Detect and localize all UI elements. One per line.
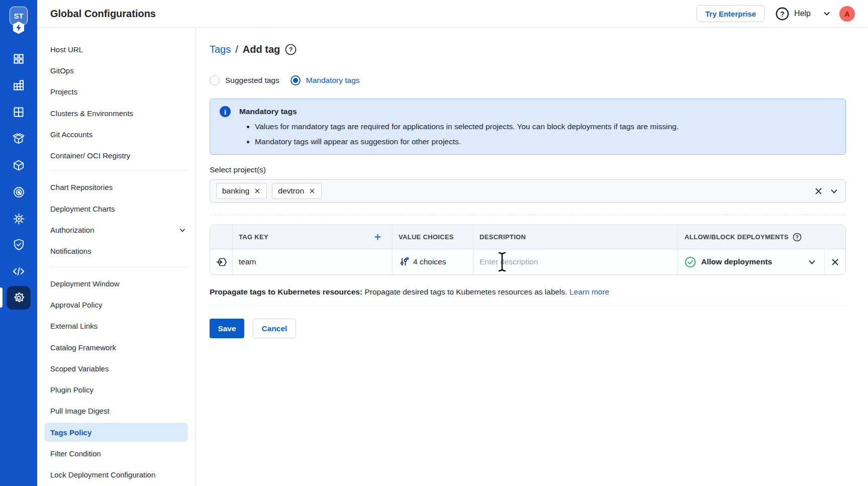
propagate-tag-icon: [216, 256, 227, 268]
sidebar-item-notifications[interactable]: Notifications: [37, 241, 196, 262]
remove-chip-icon[interactable]: [309, 187, 316, 195]
sidebar-item-packages[interactable]: [0, 159, 37, 171]
shield-check-icon: [13, 238, 25, 251]
page-title: Global Configurations: [50, 8, 156, 20]
select-projects-label: Select project(s): [210, 164, 846, 175]
sidebar-item-deployment-window[interactable]: Deployment Window: [37, 273, 196, 294]
project-multiselect[interactable]: banking devtron: [210, 179, 846, 203]
info-box-title: Mandatory tags: [239, 106, 297, 118]
propagate-note: Propagate tags to Kubernetes resources: …: [210, 286, 846, 297]
column-header-value-choices: VALUE CHOICES: [392, 225, 473, 249]
learn-more-link[interactable]: Learn more: [569, 287, 609, 296]
sidebar-item-chart-repositories[interactable]: Chart Repositories: [37, 177, 196, 198]
sidebar-item-jobs[interactable]: [0, 79, 37, 91]
column-header-actions: [824, 225, 845, 249]
chevron-down-icon: [179, 227, 186, 234]
mandatory-tags-info-box: i Mandatory tags Values for mandatory ta…: [210, 99, 846, 155]
settings-gear-icon: [13, 291, 25, 304]
apps-grid-icon: [13, 53, 25, 65]
code-icon: [12, 265, 25, 277]
sliders-icon: [399, 256, 410, 267]
column-header-description: DESCRIPTION: [473, 225, 677, 249]
cube-icon: [13, 159, 25, 171]
sidebar-item-deployment-charts[interactable]: Deployment Charts: [37, 198, 196, 219]
clear-all-icon[interactable]: [814, 186, 823, 196]
sidebar-item-plugin-policy[interactable]: Plugin Policy: [37, 379, 196, 400]
avatar[interactable]: A: [839, 6, 855, 22]
select-chevron-icon[interactable]: [830, 187, 838, 196]
add-tag-row-icon[interactable]: [373, 233, 382, 241]
sidebar-item-bulk-edit[interactable]: [0, 186, 37, 199]
column-header-drag: [210, 225, 232, 249]
sidebar-item-applications[interactable]: [0, 53, 37, 65]
sidebar-divider: [50, 267, 188, 267]
top-bar: Global Configurations Try Enterprise ? H…: [37, 0, 868, 28]
footer-divider: [210, 305, 846, 306]
value-choices-cell[interactable]: 4 choices: [392, 249, 473, 274]
open-box-icon: [12, 132, 25, 145]
svg-text:i: i: [224, 108, 226, 116]
info-bullet: Values for mandatory tags are required f…: [255, 119, 837, 134]
sidebar-item-lock-deployment-configuration[interactable]: Lock Deployment Configuration: [37, 464, 196, 485]
sidebar-item-host-url[interactable]: Host URL: [37, 39, 196, 60]
save-button[interactable]: Save: [210, 319, 244, 338]
allow-chevron-icon[interactable]: [808, 258, 816, 266]
delete-row-cell[interactable]: [824, 249, 845, 274]
tag-type-radio-group: Suggested tags Mandatory tags: [210, 75, 846, 85]
remove-chip-icon[interactable]: [254, 187, 261, 195]
target-icon: [13, 186, 25, 199]
radio-mandatory-tags[interactable]: [291, 75, 301, 85]
project-chip-banking: banking: [216, 183, 267, 199]
sidebar-item-pull-image-digest[interactable]: Pull Image Digest: [37, 401, 196, 422]
sun-gear-icon: [13, 213, 25, 225]
sidebar-item-filter-condition[interactable]: Filter Condition: [37, 443, 196, 464]
sidebar-item-approval-policy[interactable]: Approval Policy: [37, 294, 196, 315]
dashed-divider: [210, 215, 846, 215]
help-label[interactable]: Help: [794, 9, 811, 18]
sidebar-item-authorization[interactable]: Authorization: [37, 219, 196, 240]
description-cell[interactable]: Enter description: [473, 249, 677, 274]
help-icon[interactable]: ?: [776, 7, 789, 21]
sidebar-divider: [50, 170, 188, 170]
delete-row-icon: [830, 257, 840, 267]
tags-table: TAG KEY VALUE CHOICES DESCRIPTION ALLOW/…: [210, 225, 846, 275]
sidebar-item-code[interactable]: [0, 265, 37, 277]
sidebar-item-clusters-environments[interactable]: Clusters & Environments: [37, 103, 196, 124]
project-chip-devtron: devtron: [272, 183, 322, 199]
breadcrumb-current: Add tag: [243, 43, 280, 55]
sidebar-item-global-configurations[interactable]: [7, 286, 31, 310]
cancel-button[interactable]: Cancel: [253, 319, 296, 338]
radio-suggested-tags[interactable]: [210, 75, 220, 85]
sidebar-item-projects[interactable]: Projects: [37, 81, 196, 103]
text-cursor: [497, 251, 508, 272]
allow-block-cell[interactable]: Allow deployments: [677, 249, 824, 274]
try-enterprise-button[interactable]: Try Enterprise: [697, 5, 764, 22]
breadcrumb-tags-link[interactable]: Tags: [210, 43, 231, 55]
icon-rail: ST: [0, 0, 37, 486]
info-icon: i: [219, 106, 231, 118]
breadcrumb-help-icon[interactable]: ?: [285, 44, 297, 55]
sidebar-item-git-accounts[interactable]: Git Accounts: [37, 124, 196, 145]
sidebar-item-scoped-variables[interactable]: Scoped Variables: [37, 358, 196, 379]
sidebar-item-catalog-framework[interactable]: Catalog Framework: [37, 337, 196, 358]
help-chevron-icon[interactable]: [823, 10, 831, 18]
radio-suggested-tags-label[interactable]: Suggested tags: [225, 76, 279, 85]
check-circle-icon: [685, 256, 696, 268]
radio-mandatory-tags-label[interactable]: Mandatory tags: [306, 76, 360, 85]
sidebar-item-security[interactable]: [0, 213, 37, 225]
sidebar-item-container-oci-registry[interactable]: Container/ OCI Registry: [37, 145, 196, 166]
info-bullet: Mandatory tags will appear as suggestion…: [255, 134, 837, 149]
building-blocks-icon: [13, 79, 25, 91]
sidebar-item-external-links[interactable]: External Links: [37, 316, 196, 337]
sidebar-item-application-groups[interactable]: [0, 106, 37, 118]
sidebar-item-gitops[interactable]: GitOps: [37, 60, 196, 81]
breadcrumb: Tags / Add tag ?: [210, 43, 846, 55]
allow-block-help-icon[interactable]: ?: [793, 233, 802, 242]
tag-key-cell[interactable]: team: [232, 249, 392, 274]
tag-propagate-cell[interactable]: [210, 249, 232, 274]
svg-text:?: ?: [796, 234, 799, 240]
sidebar-item-chart-store[interactable]: [0, 132, 37, 145]
sidebar-item-trust[interactable]: [0, 238, 37, 251]
sidebar-item-tags-policy[interactable]: Tags Policy: [44, 423, 188, 442]
svg-text:?: ?: [780, 10, 785, 18]
